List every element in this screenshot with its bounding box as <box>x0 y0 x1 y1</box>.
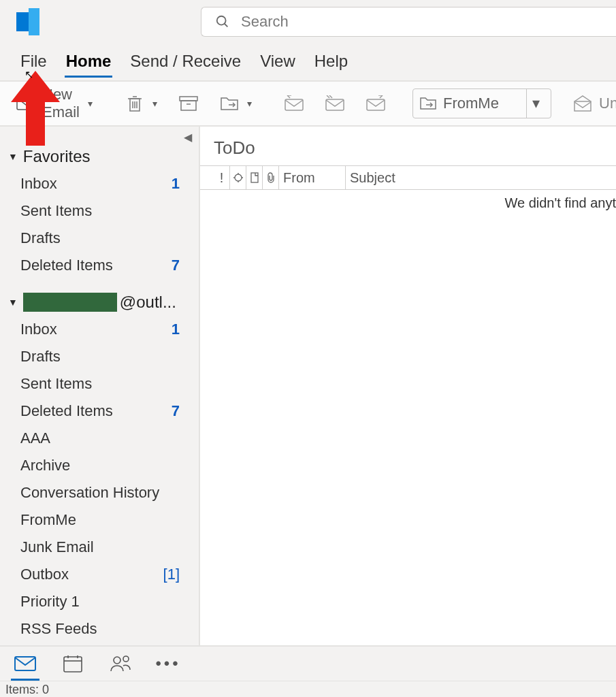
trash-icon <box>125 94 144 113</box>
folder-label: Deleted Items <box>20 257 113 274</box>
calendar-nav-icon[interactable] <box>61 653 84 674</box>
unread-read-label: Unread/ <box>599 95 616 112</box>
svg-line-1 <box>225 24 228 27</box>
column-headers: ! From Subject <box>200 165 616 190</box>
menu-send-receive[interactable]: Send / Receive <box>129 49 242 75</box>
forward-button[interactable] <box>361 90 391 117</box>
folder-label: RSS Feeds <box>20 620 97 638</box>
svg-rect-2 <box>17 97 35 110</box>
folder-deleted-items[interactable]: Deleted Items 7 <box>20 252 199 279</box>
people-nav-icon[interactable] <box>109 653 132 674</box>
menu-file[interactable]: File <box>19 49 48 75</box>
svg-point-0 <box>217 16 226 25</box>
folder-label: Conversation History <box>20 484 159 502</box>
folder-label: Drafts <box>20 229 61 247</box>
archive-button[interactable] <box>174 90 204 117</box>
folder-fromme[interactable]: FromMe <box>20 506 199 534</box>
unread-count: 7 <box>167 257 180 274</box>
attachment-column-icon[interactable] <box>263 166 279 189</box>
folder-arrow-icon <box>419 94 438 113</box>
menu-home[interactable]: Home <box>65 49 113 75</box>
svg-point-20 <box>235 174 242 181</box>
quick-steps-value: FromMe <box>443 95 518 112</box>
folder-inbox[interactable]: Inbox 1 <box>20 170 199 197</box>
folder-junk-email[interactable]: Junk Email <box>20 534 199 561</box>
folder-label: Inbox <box>20 175 57 193</box>
status-item-count: Items: 0 <box>5 683 49 696</box>
empty-results-message: We didn't find anyt <box>200 190 616 211</box>
search-box[interactable] <box>201 7 616 37</box>
more-nav-icon[interactable]: ••• <box>157 653 180 674</box>
folder-aaa[interactable]: AAA <box>20 425 199 452</box>
menu-help[interactable]: Help <box>313 49 349 75</box>
unread-read-button[interactable]: Unread/ <box>573 94 616 113</box>
outlook-logo-icon <box>16 12 35 31</box>
chevron-down-icon: ▼ <box>8 151 18 162</box>
search-input[interactable] <box>241 13 604 31</box>
move-to-folder-icon <box>220 94 239 113</box>
ribbon-tabs: File Home Send / Receive View Help <box>0 44 616 80</box>
chevron-down-icon: ▾ <box>247 98 252 109</box>
account-section-header[interactable]: ▼ @outl... <box>0 289 199 312</box>
favorites-list: Inbox 1 Sent Items Drafts Deleted Items … <box>0 166 199 279</box>
folder-drafts[interactable]: Drafts <box>20 343 199 370</box>
svg-rect-10 <box>181 101 196 110</box>
folder-deleted-items[interactable]: Deleted Items7 <box>20 398 199 425</box>
collapse-pane-icon[interactable]: ◀ <box>184 131 192 144</box>
folder-conversation-history[interactable]: Conversation History <box>20 479 199 506</box>
from-column-header[interactable]: From <box>279 166 346 189</box>
folder-sent-items[interactable]: Sent Items <box>20 370 199 398</box>
folder-rss-feeds[interactable]: RSS Feeds <box>20 615 199 643</box>
svg-rect-19 <box>574 101 591 111</box>
folder-priority-1[interactable]: Priority 1 <box>20 588 199 615</box>
folder-label: Sent Items <box>20 375 92 393</box>
svg-rect-26 <box>15 657 35 670</box>
folder-archive[interactable]: Archive <box>20 452 199 479</box>
menu-view[interactable]: View <box>259 49 297 75</box>
reminder-column-icon[interactable] <box>230 166 246 189</box>
folder-inbox[interactable]: Inbox1 <box>20 316 199 343</box>
folder-label: Inbox <box>20 321 57 338</box>
move-button[interactable]: ▾ <box>214 90 257 117</box>
unread-count: 1 <box>167 175 180 193</box>
importance-column-icon[interactable]: ! <box>214 166 230 189</box>
chevron-down-icon: ▾ <box>88 98 93 109</box>
svg-rect-9 <box>180 97 197 101</box>
folder-label: Archive <box>20 457 70 474</box>
folder-label: Outbox <box>20 566 69 583</box>
new-email-label: New Email <box>42 86 80 121</box>
folder-label: Sent Items <box>20 202 92 220</box>
folder-label: Junk Email <box>20 538 94 556</box>
folder-label: AAA <box>20 429 50 447</box>
chevron-down-icon[interactable]: ▾ <box>526 89 545 118</box>
account-suffix: @outl... <box>120 293 176 312</box>
mail-nav-icon[interactable] <box>14 653 37 674</box>
reply-all-button[interactable] <box>320 90 350 117</box>
new-email-button[interactable]: New Email ▾ <box>11 82 98 125</box>
favorites-section-header[interactable]: ▼ Favorites <box>0 143 199 166</box>
unread-count: 1 <box>167 321 180 338</box>
folder-sent-items[interactable]: Sent Items <box>20 197 199 225</box>
icon-column-icon[interactable] <box>246 166 263 189</box>
folder-label: FromMe <box>20 511 76 529</box>
chevron-down-icon: ▾ <box>152 98 157 109</box>
item-count: [1] <box>163 566 180 583</box>
navigation-bar: ••• <box>0 645 616 681</box>
svg-rect-27 <box>64 657 82 672</box>
quick-steps-combo[interactable]: FromMe ▾ <box>412 88 551 118</box>
folder-outbox[interactable]: Outbox[1] <box>20 561 199 588</box>
folder-drafts[interactable]: Drafts <box>20 225 199 252</box>
folder-label: Drafts <box>20 348 61 366</box>
reply-icon <box>285 94 304 113</box>
forward-icon <box>366 94 385 113</box>
unread-count: 7 <box>167 402 180 420</box>
search-icon <box>214 12 231 31</box>
reply-button[interactable] <box>279 90 309 117</box>
svg-rect-15 <box>326 99 344 110</box>
svg-rect-25 <box>251 173 258 182</box>
chevron-down-icon: ▼ <box>8 297 18 308</box>
delete-button[interactable]: ▾ <box>120 90 163 117</box>
svg-rect-13 <box>285 99 303 110</box>
envelope-open-icon <box>573 94 592 113</box>
subject-column-header[interactable]: Subject <box>346 166 616 189</box>
